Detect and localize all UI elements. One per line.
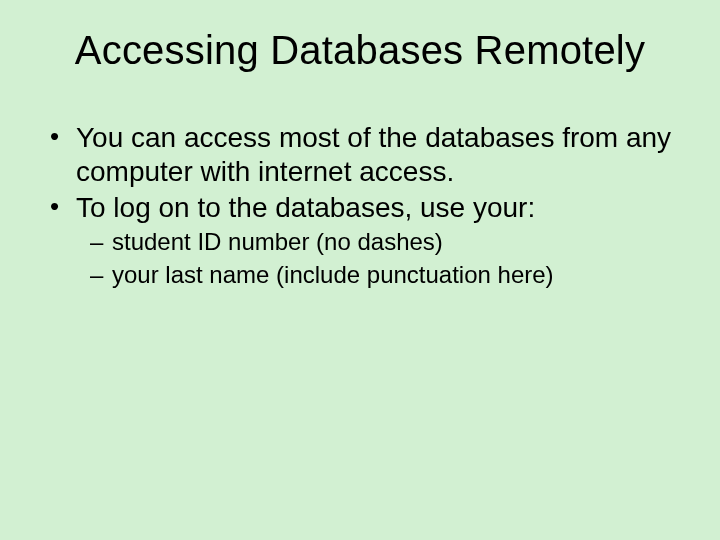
list-item-text: your last name (include punctuation here… xyxy=(112,261,554,288)
list-item-text: student ID number (no dashes) xyxy=(112,228,443,255)
list-item-text: You can access most of the databases fro… xyxy=(76,122,671,187)
list-item: You can access most of the databases fro… xyxy=(46,121,680,189)
sub-bullet-list: student ID number (no dashes) your last … xyxy=(76,227,680,290)
slide: Accessing Databases Remotely You can acc… xyxy=(0,0,720,540)
list-item: your last name (include punctuation here… xyxy=(90,260,680,291)
list-item-text: To log on to the databases, use your: xyxy=(76,192,535,223)
list-item: To log on to the databases, use your: st… xyxy=(46,191,680,291)
bullet-list: You can access most of the databases fro… xyxy=(40,121,680,291)
slide-title: Accessing Databases Remotely xyxy=(40,28,680,73)
list-item: student ID number (no dashes) xyxy=(90,227,680,258)
